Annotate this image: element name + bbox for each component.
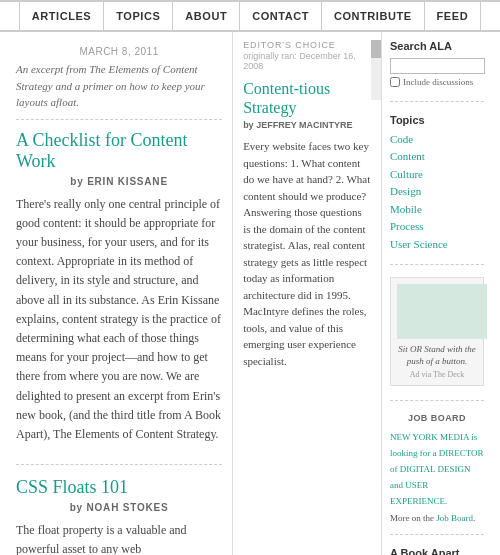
search-section: Search ALA Include discussions: [390, 40, 484, 102]
book-apart-section: A Book Apart "This brief, brilliant trea…: [390, 547, 484, 555]
middle-column: EDITOR'S CHOICE originally ran: December…: [233, 32, 382, 555]
book-apart-heading: A Book Apart: [390, 547, 484, 555]
job-board-section: JOB BOARD NEW YORK MEDIA is looking for …: [390, 413, 484, 536]
page-container: MARCH 8, 2011 An excerpt from The Elemen…: [0, 32, 500, 555]
ad-text: Sit OR Stand with the push of a button.: [397, 343, 477, 368]
job-board-heading: JOB BOARD: [390, 413, 484, 423]
topics-section: Topics Code Content Culture Design Mobil…: [390, 114, 484, 265]
nav-contribute[interactable]: CONTRIBUTE: [322, 2, 425, 30]
editor-byline: by JEFFREY MACINTYRE: [243, 120, 371, 130]
topic-item-0: Code: [390, 131, 484, 149]
nav-feed[interactable]: FEED: [425, 2, 482, 30]
right-column: Search ALA Include discussions Topics Co…: [382, 32, 492, 555]
ad-image: [397, 284, 487, 339]
topic-link-design[interactable]: Design: [390, 183, 484, 201]
ad-box: Sit OR Stand with the push of a button. …: [390, 277, 484, 386]
job-board-more-link[interactable]: Job Board: [436, 513, 473, 523]
article-1-body: There's really only one central principl…: [16, 195, 222, 444]
main-date: MARCH 8, 2011: [16, 40, 222, 61]
topic-link-process[interactable]: Process: [390, 218, 484, 236]
discussions-checkbox[interactable]: [390, 77, 400, 87]
nav-contact[interactable]: CONTACT: [240, 2, 322, 30]
topic-item-4: Mobile: [390, 201, 484, 219]
nav-topics[interactable]: TOPICS: [104, 2, 173, 30]
article-2-body: The float property is a valuable and pow…: [16, 521, 222, 555]
editor-choice-label: EDITOR'S CHOICE: [243, 40, 371, 50]
nav-articles[interactable]: ARTICLES: [19, 2, 104, 30]
topics-heading: Topics: [390, 114, 484, 126]
main-column: MARCH 8, 2011 An excerpt from The Elemen…: [8, 32, 233, 555]
nav-about[interactable]: ABOUT: [173, 2, 240, 30]
ad-source: Ad via The Deck: [397, 370, 477, 379]
article-2-title[interactable]: CSS Floats 101: [16, 477, 222, 499]
topics-list: Code Content Culture Design Mobile Proce…: [390, 131, 484, 254]
topic-link-culture[interactable]: Culture: [390, 166, 484, 184]
topic-item-6: User Science: [390, 236, 484, 254]
topic-link-mobile[interactable]: Mobile: [390, 201, 484, 219]
article-1-byline: by ERIN KISSANE: [16, 176, 222, 187]
main-excerpt: An excerpt from The Elements of Content …: [16, 61, 222, 120]
job-more: More on the Job Board.: [390, 512, 484, 525]
ad-section: Sit OR Stand with the push of a button. …: [390, 277, 484, 401]
job-board-link[interactable]: NEW YORK MEDIA is looking for a DIRECTOR…: [390, 432, 484, 506]
editor-title[interactable]: Content-tious Strategy: [243, 79, 371, 117]
article-2-byline: by NOAH STOKES: [16, 502, 222, 513]
topic-link-code[interactable]: Code: [390, 131, 484, 149]
topic-item-2: Culture: [390, 166, 484, 184]
main-nav: ARTICLES TOPICS ABOUT CONTACT CONTRIBUTE…: [0, 0, 500, 32]
article-1-title[interactable]: A Checklist for Content Work: [16, 130, 222, 173]
topic-link-user-science[interactable]: User Science: [390, 236, 484, 254]
topic-item-3: Design: [390, 183, 484, 201]
search-heading: Search ALA: [390, 40, 484, 52]
topic-item-5: Process: [390, 218, 484, 236]
topic-link-content[interactable]: Content: [390, 148, 484, 166]
editor-choice-date: originally ran: December 16, 2008: [243, 51, 371, 71]
search-input[interactable]: [390, 58, 485, 74]
article-2: CSS Floats 101 by NOAH STOKES The float …: [16, 477, 222, 555]
article-1: A Checklist for Content Work by ERIN KIS…: [16, 130, 222, 466]
editor-body: Every website faces two key questions: 1…: [243, 138, 371, 369]
topic-item-1: Content: [390, 148, 484, 166]
discussions-checkbox-row: Include discussions: [390, 77, 484, 87]
discussions-label: Include discussions: [403, 77, 473, 87]
